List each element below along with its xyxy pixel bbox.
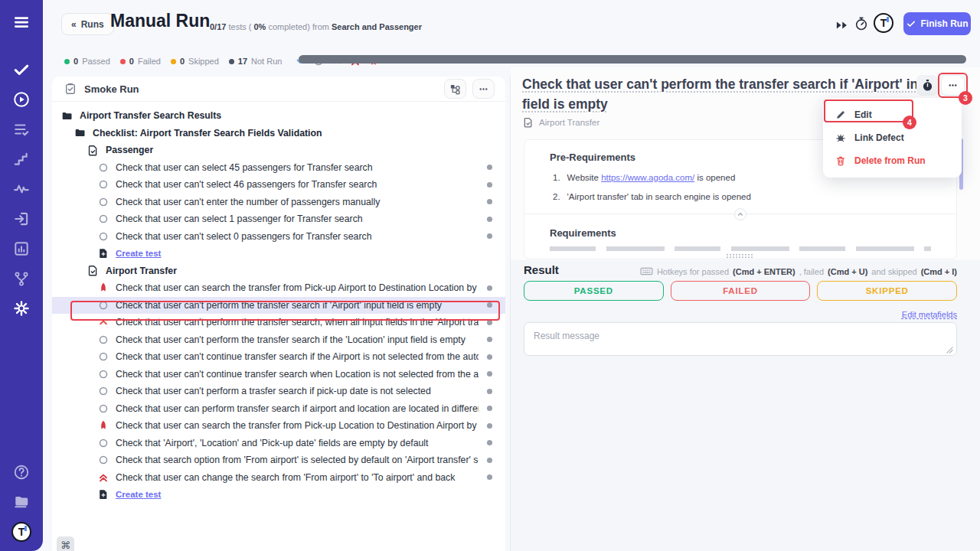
fast-forward-icon[interactable]: [832, 16, 851, 34]
result-dot-icon[interactable]: [485, 421, 495, 431]
test-title: Check that user can't perform the transf…: [116, 317, 479, 328]
passed-count: 0: [74, 57, 78, 66]
hamburger-menu-icon[interactable]: [13, 14, 30, 31]
menu-label: Link Defect: [854, 132, 904, 143]
menu-item-edit[interactable]: Edit: [823, 103, 962, 126]
create-test-link[interactable]: Create test: [116, 490, 161, 499]
test-row[interactable]: Check that user can change the search fr…: [52, 469, 505, 487]
result-dot-icon[interactable]: [485, 283, 495, 293]
result-dot-icon[interactable]: [485, 352, 495, 362]
status-circle-icon: [98, 386, 109, 396]
result-dot-icon[interactable]: [485, 386, 495, 396]
test-row[interactable]: Check that user can't perform the transf…: [52, 314, 505, 331]
folder-row[interactable]: Airport Transfer Search Results: [52, 107, 505, 125]
avatar-letter: T: [880, 17, 887, 29]
pencil-icon: [835, 109, 846, 120]
result-dot-icon[interactable]: [485, 231, 495, 241]
rocket-priority-icon: [98, 282, 109, 293]
resize-handle[interactable]: [726, 253, 753, 259]
test-row[interactable]: Check that user can't select 0 passenger…: [52, 228, 505, 246]
test-row[interactable]: Check that user can perform transfer sea…: [52, 400, 505, 418]
result-dot-icon[interactable]: [485, 455, 495, 465]
result-dot-icon[interactable]: [485, 162, 495, 172]
timer-button[interactable]: [916, 75, 938, 96]
menu-item-link-defect[interactable]: Link Defect: [823, 126, 962, 149]
test-row[interactable]: Check that user can select 1 passenger f…: [52, 210, 505, 228]
check-icon[interactable]: [13, 61, 30, 78]
result-dot-icon[interactable]: [485, 403, 495, 413]
run-stats: 0/17 tests ( 0% completed) from Search a…: [210, 22, 422, 31]
result-dot-icon[interactable]: [485, 318, 495, 328]
test-row[interactable]: Check that 'Airport', 'Location' and 'Pi…: [52, 435, 505, 452]
test-row-selected[interactable]: Check that user can't perform the transf…: [52, 297, 505, 315]
finish-run-button[interactable]: Finish Run: [903, 12, 971, 35]
test-row[interactable]: Check that user can search the transfer …: [52, 279, 505, 297]
test-tree-panel: Smoke Run Airport Transfer Search Result…: [52, 77, 505, 551]
agoda-link[interactable]: https://www.agoda.com/: [601, 173, 694, 182]
result-dot-icon[interactable]: [485, 369, 495, 379]
result-dot-icon[interactable]: [485, 197, 495, 207]
result-dot-icon[interactable]: [485, 472, 495, 482]
finish-run-label: Finish Run: [921, 18, 969, 29]
suite-label: Passenger: [106, 145, 495, 155]
folder-row[interactable]: Checklist: Airport Transfer Search Field…: [52, 125, 505, 142]
menu-label: Delete from Run: [854, 155, 926, 166]
skipped-button[interactable]: SKIPPED: [817, 281, 957, 301]
test-row[interactable]: Check that user can't continue transfer …: [52, 348, 505, 366]
play-circle-icon[interactable]: [13, 91, 30, 108]
tree-more-button[interactable]: [472, 79, 495, 99]
app-window: T « Runs Manual Run 0/17 tests ( 0% comp…: [0, 0, 980, 551]
git-branch-icon[interactable]: [13, 270, 30, 287]
test-row[interactable]: Check that search option from 'From airp…: [52, 452, 505, 469]
logo-avatar[interactable]: T: [11, 522, 31, 542]
folder-icon[interactable]: [13, 493, 30, 510]
skipped-summary: 0Skipped: [171, 57, 219, 66]
create-test-link[interactable]: Create test: [116, 249, 161, 258]
list-check-icon[interactable]: [13, 121, 30, 138]
workspace-avatar[interactable]: T: [874, 13, 893, 33]
help-icon[interactable]: [13, 464, 30, 481]
gear-icon[interactable]: [13, 300, 30, 317]
test-row[interactable]: Check that user can search the transfer …: [52, 417, 505, 435]
failed-dot: [120, 59, 126, 64]
test-row[interactable]: Check that user can select 45 passengers…: [52, 159, 505, 177]
test-row[interactable]: Check that user can't continue transfer …: [52, 366, 505, 383]
result-dot-icon[interactable]: [485, 334, 495, 344]
result-dot-icon[interactable]: [485, 180, 495, 190]
result-dot-icon[interactable]: [485, 300, 495, 310]
test-row[interactable]: Check that user can't enter the number o…: [52, 194, 505, 211]
back-to-runs-button[interactable]: « Runs: [61, 13, 114, 35]
bar-chart-icon[interactable]: [13, 240, 30, 257]
menu-item-delete-from-run[interactable]: Delete from Run: [823, 149, 962, 172]
sign-in-icon[interactable]: [13, 210, 30, 227]
chevrons-left-icon: «: [71, 19, 77, 30]
timer-icon[interactable]: [852, 15, 871, 33]
result-dot-icon[interactable]: [485, 438, 495, 448]
failed-button[interactable]: FAILED: [671, 281, 811, 301]
pulse-icon[interactable]: [13, 181, 30, 197]
create-test-row: Create test: [52, 486, 505, 504]
stairs-icon[interactable]: [13, 151, 30, 168]
clipped-text-row: [550, 246, 931, 251]
test-row[interactable]: Check that user can't select 46 passenge…: [52, 176, 505, 194]
document-icon: [523, 117, 534, 128]
hotkeys-text: Hotkeys for passed: [657, 267, 729, 276]
tree-view-button[interactable]: [444, 79, 466, 99]
test-row[interactable]: Check that user can't perform a trasfer …: [52, 383, 505, 400]
test-row[interactable]: Check that user can't perform the transf…: [52, 331, 505, 349]
status-circle-icon: [98, 214, 109, 224]
collapse-toggle[interactable]: [734, 208, 746, 220]
result-message-input[interactable]: [524, 322, 957, 356]
passed-button[interactable]: PASSED: [524, 281, 664, 301]
suite-row[interactable]: Passenger: [52, 142, 505, 159]
edit-metafields-link[interactable]: Edit metafields: [902, 310, 957, 319]
folder-label: Airport Transfer Search Results: [80, 110, 495, 121]
item-number: 1.: [553, 173, 560, 182]
menu-label: Edit: [854, 109, 872, 120]
suite-breadcrumb: Airport Transfer: [523, 117, 599, 128]
result-dot-icon[interactable]: [485, 214, 495, 224]
suite-row[interactable]: Airport Transfer: [52, 262, 505, 280]
test-title: Check that 'Airport', 'Location' and 'Pi…: [116, 438, 479, 448]
page-title: Manual Run: [110, 11, 210, 31]
case-context-menu: Edit Link Defect Delete from Run: [823, 98, 962, 178]
